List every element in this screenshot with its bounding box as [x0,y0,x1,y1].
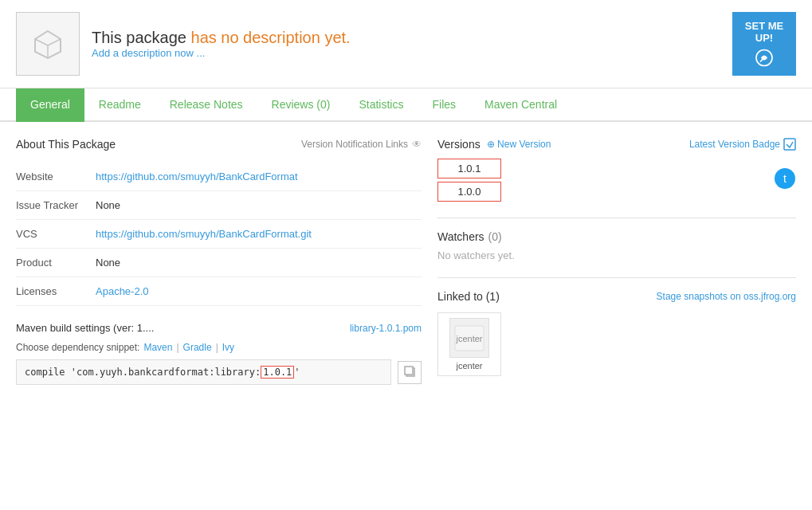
linked-header: Linked to (1) Stage snapshots on oss.jfr… [437,290,796,303]
about-title: About This Package [16,138,116,151]
tab-statistics[interactable]: Statistics [344,88,418,122]
header-left: This package has no description yet. Add… [16,12,351,76]
title-orange: has no description yet. [191,29,351,46]
product-label: Product [16,257,96,269]
no-watchers-text: No watchers yet. [437,249,515,261]
copy-button[interactable] [398,361,422,384]
jcenter-item[interactable]: jcenter jcenter [437,312,501,376]
jcenter-logo: jcenter [449,318,489,358]
info-row-vcs: VCS https://github.com/smuyyh/BankCardFo… [16,220,422,249]
header: This package has no description yet. Add… [0,0,812,88]
maven-header: Maven build settings (ver: 1.... library… [16,322,422,334]
divider-2 [437,277,796,278]
set-me-up-label: SET ME UP! [744,20,784,44]
tab-readme[interactable]: Readme [84,88,155,122]
stage-snapshots-link[interactable]: Stage snapshots on oss.jfrog.org [657,291,796,302]
header-text: This package has no description yet. Add… [92,29,351,59]
tab-release-notes[interactable]: Release Notes [155,88,257,122]
versions-title: Versions ⊕ New Version [437,138,551,151]
about-header: About This Package Version Notification … [16,138,422,151]
badge-label: Latest Version Badge [689,139,780,150]
version-item-2: 1.0.0 [437,182,501,202]
gradle-link[interactable]: Gradle [183,342,212,353]
licenses-value: Apache-2.0 [96,285,149,297]
vcs-label: VCS [16,228,96,240]
twitter-icon[interactable]: t [774,167,796,194]
version-tag-2[interactable]: 1.0.0 [437,182,501,202]
issue-tracker-value: None [96,199,120,211]
jcenter-label: jcenter [456,361,482,371]
info-row-website: Website https://github.com/smuyyh/BankCa… [16,163,422,191]
code-block-wrapper: compile 'com.yuyh.bankcardformat:library… [16,359,422,385]
maven-link[interactable]: Maven [143,342,172,353]
watchers-section: Watchers (0) No watchers yet. [437,230,796,261]
linked-to-section: Linked to (1) Stage snapshots on oss.jfr… [437,290,796,376]
version-highlight: 1.0.1 [261,366,294,379]
main-content: About This Package Version Notification … [0,122,812,401]
svg-line-2 [48,39,61,45]
maven-section: Maven build settings (ver: 1.... library… [16,322,422,385]
svg-text:jcenter: jcenter [455,334,482,343]
tab-reviews[interactable]: Reviews (0) [257,88,345,122]
divider-1 [437,218,796,218]
code-prefix: compile 'com.yuyh.bankcardformat:library… [25,367,261,378]
package-icon [16,12,80,76]
code-block: compile 'com.yuyh.bankcardformat:library… [16,359,391,385]
svg-line-1 [35,39,48,45]
pom-link[interactable]: library-1.0.1.pom [350,323,422,334]
website-label: Website [16,171,96,182]
eye-icon[interactable]: 👁 [412,139,422,150]
info-row-product: Product None [16,249,422,277]
vcs-value: https://github.com/smuyyh/BankCardFormat… [96,228,312,240]
info-row-licenses: Licenses Apache-2.0 [16,277,422,306]
tab-files[interactable]: Files [418,88,470,122]
ivy-link[interactable]: Ivy [222,342,234,353]
latest-version-badge-link[interactable]: Latest Version Badge [689,138,796,151]
title-normal: This package [92,29,191,46]
issue-tracker-label: Issue Tracker [16,199,96,211]
licenses-label: Licenses [16,285,96,297]
tab-general[interactable]: General [16,88,84,122]
website-link[interactable]: https://github.com/smuyyh/BankCardFormat [96,171,298,182]
watchers-header: Watchers (0) [437,230,796,243]
dep-label: Choose dependency snippet: [16,342,139,353]
right-panel: Versions ⊕ New Version Latest Version Ba… [437,138,796,385]
set-me-up-button[interactable]: SET ME UP! [732,12,796,76]
version-item-1: 1.0.1 [437,159,501,178]
watchers-count: (0) [488,230,502,243]
maven-title: Maven build settings (ver: 1.... [16,322,154,334]
watchers-title: Watchers [437,230,484,243]
nav-tabs: General Readme Release Notes Reviews (0)… [0,88,812,122]
website-value: https://github.com/smuyyh/BankCardFormat [96,171,298,182]
vcs-link[interactable]: https://github.com/smuyyh/BankCardFormat… [96,228,312,240]
version-notification: Version Notification Links 👁 [301,139,422,150]
svg-rect-7 [405,367,413,375]
version-tag-1[interactable]: 1.0.1 [437,159,501,178]
license-link[interactable]: Apache-2.0 [96,285,149,297]
info-row-issue-tracker: Issue Tracker None [16,191,422,220]
code-end: ' [294,367,300,378]
versions-header: Versions ⊕ New Version Latest Version Ba… [437,138,796,151]
svg-text:t: t [783,172,787,185]
versions-tags: 1.0.1 1.0.0 [437,159,501,202]
add-description-link[interactable]: Add a description now ... [92,47,205,59]
versions-label: Versions [437,138,481,151]
tab-maven-central[interactable]: Maven Central [470,88,571,122]
package-title: This package has no description yet. [92,29,351,47]
linked-to-title: Linked to (1) [437,290,500,303]
version-notification-label: Version Notification Links [301,139,408,150]
new-version-link[interactable]: ⊕ New Version [487,139,551,150]
left-panel: About This Package Version Notification … [16,138,422,385]
dependency-options: Choose dependency snippet: Maven | Gradl… [16,342,422,353]
product-value: None [96,257,120,269]
dep-sep-1: | [176,342,178,353]
dep-sep-2: | [216,342,218,353]
versions-list: 1.0.1 1.0.0 t [437,159,796,202]
